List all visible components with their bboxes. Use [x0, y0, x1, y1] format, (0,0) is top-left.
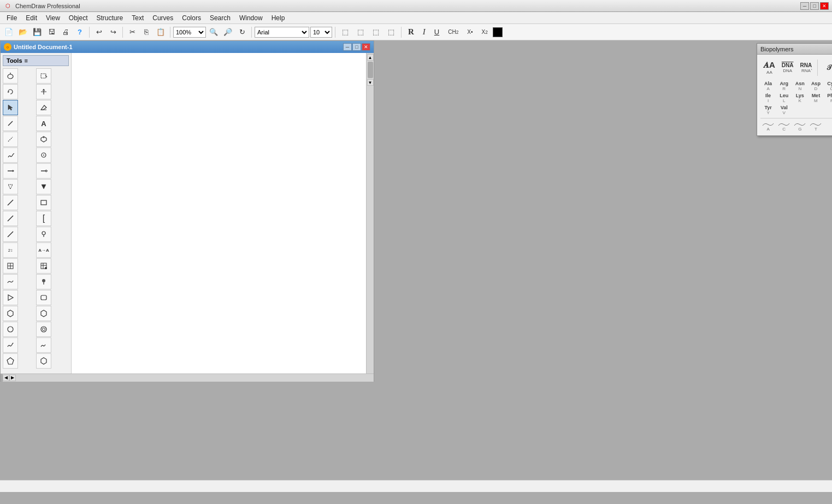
doc-maximize-button[interactable]: □: [352, 43, 361, 51]
tool-retro-arrow[interactable]: [36, 163, 51, 179]
tool-circle[interactable]: [3, 322, 18, 337]
tool-hexagon-2[interactable]: [36, 353, 51, 369]
tool-table[interactable]: [3, 258, 18, 274]
zoom-select[interactable]: 100% 50% 75% 125% 150% 200%: [173, 27, 206, 38]
bio-aa-arg[interactable]: ArgR: [776, 80, 792, 92]
menu-view[interactable]: View: [42, 13, 64, 23]
scroll-thumb[interactable]: [368, 62, 373, 78]
bio-aa-tyr[interactable]: TyrY: [760, 104, 776, 116]
tool-freehand[interactable]: [3, 337, 18, 353]
superscript-dot-button[interactable]: X•: [463, 26, 476, 38]
tool-eraser[interactable]: [36, 100, 51, 115]
tool-rounded-hexagon[interactable]: [36, 306, 51, 321]
bio-aa-cys[interactable]: CysC: [824, 80, 832, 92]
zoom-out-button[interactable]: 🔎: [221, 26, 234, 39]
bio-aa-leu[interactable]: LeuL: [776, 92, 792, 104]
tool-bond-single[interactable]: [3, 116, 18, 131]
bio-nt-dna-g[interactable]: G: [792, 121, 807, 132]
bio-aa-asn[interactable]: AsnN: [792, 80, 807, 92]
tool-move-node[interactable]: [36, 84, 51, 99]
bio-aa-met[interactable]: MetM: [808, 92, 823, 104]
align-center-button[interactable]: ⬚: [353, 26, 368, 38]
tool-hexagon[interactable]: [3, 306, 18, 321]
bio-aa-asp[interactable]: AspD: [808, 80, 823, 92]
bold-button[interactable]: R: [404, 26, 418, 38]
menu-object[interactable]: Object: [64, 13, 92, 23]
underline-button[interactable]: U: [430, 26, 443, 38]
zoom-in-button[interactable]: 🔍: [207, 26, 220, 39]
tool-rounded-rect[interactable]: [36, 290, 51, 305]
menu-edit[interactable]: Edit: [21, 13, 42, 23]
print-button[interactable]: 🖨: [59, 26, 72, 39]
tool-line-3[interactable]: [3, 227, 18, 242]
save-button[interactable]: 💾: [31, 26, 44, 39]
menu-window[interactable]: Window: [235, 13, 267, 23]
tool-curve[interactable]: [3, 274, 18, 289]
bio-rna-button[interactable]: RNA RNA: [798, 61, 815, 74]
tool-text[interactable]: A: [36, 116, 51, 131]
doc-close-button[interactable]: ✕: [362, 43, 370, 51]
tool-bold-wedge[interactable]: [36, 179, 51, 194]
bio-aa-val[interactable]: ValV: [776, 104, 792, 116]
close-button[interactable]: ✕: [820, 2, 829, 10]
bio-nt-dna-a[interactable]: A: [760, 121, 776, 132]
doc-minimize-button[interactable]: ─: [343, 43, 352, 51]
save-as-button[interactable]: 🖫: [45, 26, 58, 39]
scroll-up-arrow[interactable]: ▲: [367, 54, 374, 61]
tool-rotate[interactable]: [3, 84, 18, 99]
tool-bracket[interactable]: [: [36, 211, 51, 226]
cut-button[interactable]: ✂: [126, 26, 139, 39]
open-button[interactable]: 📂: [16, 26, 29, 39]
tool-pentagon[interactable]: [3, 353, 18, 369]
bio-nt-dna-c[interactable]: C: [776, 121, 792, 132]
scroll-left-arrow[interactable]: ◀: [3, 375, 9, 381]
justify-button[interactable]: ⬚: [384, 26, 398, 38]
font-select[interactable]: Arial Times New Roman Helvetica: [255, 27, 309, 38]
tool-dashed-bond[interactable]: [3, 132, 18, 147]
tool-lasso[interactable]: [3, 68, 18, 84]
canvas-area[interactable]: [72, 53, 366, 373]
tools-menu-icon[interactable]: ≡: [25, 57, 28, 64]
tool-freehand-2[interactable]: [36, 337, 51, 353]
redo-button[interactable]: ↪: [107, 26, 120, 39]
refresh-button[interactable]: ↻: [235, 26, 249, 39]
menu-search[interactable]: Search: [205, 13, 235, 23]
bio-aa-ile[interactable]: IleI: [760, 92, 776, 104]
tool-dashed-wedge[interactable]: [3, 179, 18, 194]
tool-box[interactable]: [36, 195, 51, 210]
menu-help[interactable]: Help: [267, 13, 290, 23]
scroll-down-arrow[interactable]: ▼: [367, 79, 374, 86]
tool-select[interactable]: [3, 100, 18, 115]
bio-aa-lys[interactable]: LysK: [792, 92, 807, 104]
color-picker[interactable]: [493, 27, 503, 37]
align-left-button[interactable]: ⬚: [338, 26, 352, 38]
align-right-button[interactable]: ⬚: [369, 26, 383, 38]
tool-line[interactable]: [3, 195, 18, 210]
bio-aa-button[interactable]: 𝑨A AA: [762, 59, 777, 76]
copy-button[interactable]: ⎘: [140, 26, 153, 39]
bio-aa-ala[interactable]: AlaA: [760, 80, 776, 92]
tool-formula[interactable]: 2↕: [3, 242, 18, 258]
menu-structure[interactable]: Structure: [92, 13, 128, 23]
menu-colors[interactable]: Colors: [178, 13, 205, 23]
minimize-button[interactable]: ─: [800, 2, 809, 10]
bio-aa-phe[interactable]: PheF: [824, 92, 832, 104]
scroll-right-arrow[interactable]: ▶: [9, 375, 16, 381]
maximize-button[interactable]: □: [810, 2, 819, 10]
tool-marquee-lasso[interactable]: [36, 68, 51, 84]
subscript-button[interactable]: CH2: [444, 26, 462, 38]
tool-wavy-bond[interactable]: [3, 147, 18, 163]
tool-resize-text[interactable]: A→A: [36, 242, 51, 258]
bio-modifier-1[interactable]: 𝒯: [821, 62, 832, 73]
tool-atom-map[interactable]: [36, 147, 51, 163]
new-button[interactable]: 📄: [2, 26, 15, 39]
superscript-button[interactable]: X2: [478, 26, 492, 38]
menu-file[interactable]: File: [2, 13, 21, 23]
tool-template[interactable]: [36, 132, 51, 147]
tool-circle-pin[interactable]: [36, 227, 51, 242]
tool-play[interactable]: [3, 290, 18, 305]
tool-arrow[interactable]: [3, 163, 18, 179]
size-select[interactable]: 10 8 12 14 16: [310, 27, 332, 38]
italic-button[interactable]: I: [419, 26, 429, 38]
paste-button[interactable]: 📋: [154, 26, 167, 39]
